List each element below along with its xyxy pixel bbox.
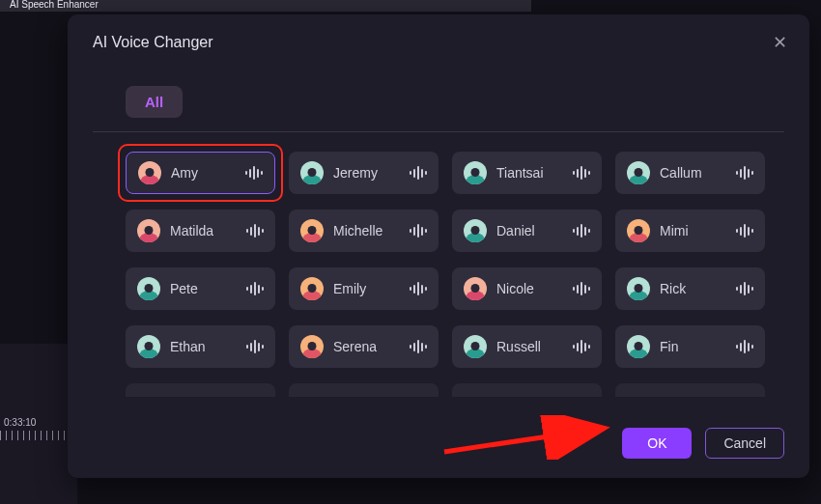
voice-card-peek (289, 383, 439, 397)
dialog-title: AI Voice Changer (93, 34, 784, 51)
voice-name: Tiantsai (496, 165, 563, 181)
voice-card[interactable]: Matilda (126, 210, 275, 252)
voice-name: Rick (660, 281, 726, 296)
voice-name: Matilda (170, 223, 237, 238)
avatar-icon (627, 277, 650, 300)
voice-card[interactable]: Mimi (615, 210, 765, 252)
voice-card-peek (126, 383, 275, 397)
avatar-icon (137, 277, 160, 300)
voice-name: Mimi (660, 223, 726, 238)
voice-card[interactable]: Fin (615, 325, 765, 368)
voice-card[interactable]: Jeremy (289, 152, 439, 194)
voice-name: Michelle (333, 223, 400, 238)
timeline-timestamp: 0:33:10 (4, 417, 36, 428)
voice-name: Jeremy (333, 165, 400, 181)
waveform-icon[interactable] (410, 340, 427, 353)
avatar-icon (300, 161, 324, 184)
ok-button[interactable]: OK (622, 428, 692, 459)
waveform-icon[interactable] (410, 282, 427, 295)
background-top-strip: AI Speech Enhancer (0, 0, 531, 12)
tab-bar: All (93, 86, 784, 132)
voice-card[interactable]: Rick (615, 267, 765, 310)
voice-card[interactable]: Serena (289, 325, 439, 368)
voice-name: Daniel (496, 223, 563, 238)
waveform-icon[interactable] (736, 282, 753, 295)
voice-name: Pete (170, 281, 237, 296)
avatar-icon (627, 335, 650, 358)
waveform-icon[interactable] (573, 166, 590, 180)
avatar-icon (300, 277, 324, 300)
waveform-icon[interactable] (410, 224, 427, 238)
waveform-icon[interactable] (736, 166, 753, 180)
waveform-icon[interactable] (245, 166, 263, 180)
voice-name: Amy (171, 165, 236, 181)
avatar-icon (138, 161, 161, 184)
voice-card-peek (452, 383, 602, 397)
background-top-label: AI Speech Enhancer (10, 0, 99, 10)
close-icon[interactable]: ✕ (771, 34, 788, 51)
waveform-icon[interactable] (246, 224, 264, 238)
avatar-icon (627, 219, 650, 242)
voice-changer-dialog: AI Voice Changer ✕ All AmyJeremyTiantsai… (68, 14, 809, 478)
waveform-icon[interactable] (573, 224, 590, 238)
waveform-icon[interactable] (573, 340, 590, 353)
waveform-icon[interactable] (246, 282, 264, 295)
voice-name: Callum (660, 165, 726, 181)
voice-card[interactable]: Pete (126, 267, 275, 310)
voice-card[interactable]: Emily (289, 267, 439, 310)
voice-card[interactable]: Ethan (126, 325, 275, 368)
voice-card-peek (615, 383, 765, 397)
waveform-icon[interactable] (573, 282, 590, 295)
voice-name: Ethan (170, 339, 237, 354)
avatar-icon (300, 219, 324, 242)
voice-name: Fin (660, 339, 726, 354)
avatar-icon (464, 277, 487, 300)
voice-card[interactable]: Michelle (289, 210, 439, 252)
waveform-icon[interactable] (410, 166, 427, 180)
dialog-footer: OK Cancel (622, 428, 784, 459)
voice-name: Russell (496, 339, 563, 354)
waveform-icon[interactable] (736, 340, 753, 353)
timeline-ticks (0, 431, 70, 440)
voice-card[interactable]: Nicole (452, 267, 602, 310)
voice-card[interactable]: Daniel (452, 210, 602, 252)
voice-card[interactable]: Amy (126, 152, 275, 194)
voice-name: Emily (333, 281, 400, 296)
avatar-icon (464, 335, 487, 358)
voice-card[interactable]: Callum (615, 152, 765, 194)
tab-all[interactable]: All (126, 86, 183, 118)
voice-card[interactable]: Tiantsai (452, 152, 602, 194)
avatar-icon (464, 219, 487, 242)
avatar-icon (137, 335, 160, 358)
avatar-icon (300, 335, 324, 358)
voice-name: Serena (333, 339, 400, 354)
avatar-icon (627, 161, 650, 184)
voice-name: Nicole (496, 281, 563, 296)
voice-grid: AmyJeremyTiantsaiCallumMatildaMichelleDa… (93, 152, 784, 397)
waveform-icon[interactable] (246, 340, 264, 353)
cancel-button[interactable]: Cancel (705, 428, 784, 459)
avatar-icon (137, 219, 160, 242)
avatar-icon (464, 161, 487, 184)
waveform-icon[interactable] (736, 224, 753, 238)
voice-card[interactable]: Russell (452, 325, 602, 368)
